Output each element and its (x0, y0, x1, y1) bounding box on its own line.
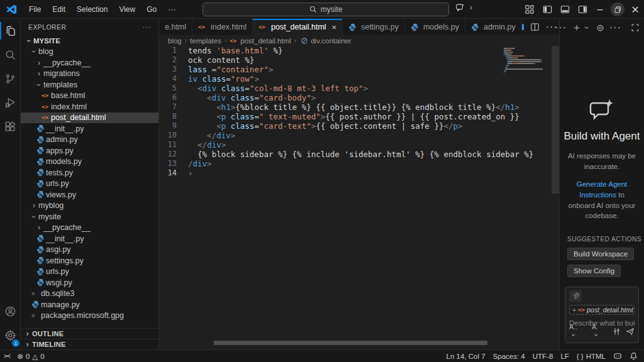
explorer-more-icon[interactable]: ··· (143, 23, 152, 31)
tree-item-packages-microsoft-gpg[interactable]: ≡packages.microsoft.gpg (21, 310, 158, 322)
settings-gear-icon[interactable]: 1 (0, 323, 21, 347)
tree-item-post-detail-html[interactable]: <>post_detail.html (21, 112, 158, 124)
attach-context-button[interactable] (569, 290, 582, 302)
vertical-scrollbar[interactable] (552, 46, 559, 194)
tree-item--init-py[interactable]: __init__.py (21, 233, 158, 244)
brackets-icon: { } (577, 353, 584, 360)
menu-go[interactable]: Go (141, 3, 162, 16)
tab-index-html[interactable]: <>index.html (192, 19, 253, 35)
split-editor-icon[interactable] (530, 23, 540, 31)
tree-item-db-sqlite3[interactable]: ≡db.sqlite3 (21, 288, 158, 300)
layout-customize-icon[interactable] (521, 0, 538, 19)
section-timeline[interactable]: ›TIMELINE (21, 339, 158, 349)
tree-item-templates[interactable]: ›templates (21, 79, 158, 90)
code-line-text: ock content %} (188, 55, 254, 65)
source-control-icon[interactable] (0, 67, 21, 90)
minimize-button[interactable]: – (591, 0, 609, 19)
tree-item-admin-py[interactable]: admin.py (21, 134, 158, 146)
model-selector[interactable]: A. › (592, 323, 608, 339)
command-center-search[interactable]: mysite (203, 3, 449, 16)
tab-settings-py[interactable]: settings.py (343, 19, 405, 35)
indentation-setting[interactable]: Spaces: 4 (489, 350, 529, 362)
tab-post-detail-html[interactable]: <>post_detail.html× (253, 19, 343, 35)
run-debug-icon[interactable] (0, 90, 21, 114)
code-line-text: iv class="row"> (188, 74, 259, 84)
encoding-setting[interactable]: UTF-8 (529, 350, 557, 362)
account-icon[interactable] (0, 299, 21, 323)
tree-item-label: myblog (38, 201, 64, 210)
tree-item-wsgi-py[interactable]: wsgi.py (21, 277, 158, 288)
context-chip[interactable]: + <> post_detail.html (569, 305, 635, 315)
tree-item-blog[interactable]: ›blog (21, 47, 158, 58)
toggle-panel-icon[interactable] (556, 0, 574, 19)
tree-item-urls-py[interactable]: urls.py (21, 178, 158, 190)
language-mode[interactable]: { }HTML (573, 350, 609, 362)
tree-item-manage-py[interactable]: manage.py (21, 299, 158, 310)
tab-models-py[interactable]: models.py (405, 19, 465, 35)
tree-item--pycache-[interactable]: ›__pycache__ (21, 222, 158, 234)
chat-disclaimer: AI responses may be inaccurate. (560, 151, 644, 172)
send-icon[interactable] (626, 327, 635, 336)
tools-icon[interactable] (613, 327, 621, 336)
tree-item-views-py[interactable]: views.py (21, 189, 158, 200)
chat-history-icon[interactable]: ··· (555, 22, 567, 33)
breadcrumb-item[interactable]: post_detail.html (240, 37, 291, 45)
tree-item-tests-py[interactable]: tests.py (21, 167, 158, 178)
horizontal-scrollbar[interactable] (214, 341, 487, 345)
tab-close-icon[interactable]: × (332, 23, 337, 32)
new-chat-button[interactable]: ＋› (572, 21, 591, 35)
chat-settings-gear-icon[interactable] (596, 24, 604, 32)
eol-setting[interactable]: LF (557, 350, 572, 362)
menu-view[interactable]: View (113, 3, 141, 16)
extensions-icon[interactable] (0, 114, 21, 138)
minimap-line (505, 55, 525, 57)
toggle-secondary-sidebar-icon[interactable] (574, 0, 591, 19)
minimap[interactable] (504, 48, 552, 192)
restore-button[interactable] (609, 0, 626, 19)
add-context-icon[interactable]: + (572, 306, 576, 314)
breadcrumb-item[interactable]: blog (168, 37, 182, 45)
tree-item--init-py[interactable]: __init__.py (21, 123, 158, 134)
breadcrumb[interactable]: blog›templates›<>post_detail.html›div.co… (159, 35, 559, 46)
tree-item-mysite[interactable]: ›MYSITE (21, 35, 158, 47)
tree-item-models-py[interactable]: models.py (21, 156, 158, 168)
cursor-position[interactable]: Ln 14, Col 7 (443, 350, 489, 362)
tree-item--pycache-[interactable]: ›__pycache__ (21, 57, 158, 69)
menu-edit[interactable]: Edit (47, 3, 71, 16)
mode-selector[interactable]: A.. › (569, 323, 587, 339)
tab-label: post_detail.html (271, 23, 326, 31)
copilot-status-icon[interactable] (609, 350, 626, 362)
breadcrumb-item[interactable]: templates (190, 37, 221, 45)
tree-item-asgi-py[interactable]: asgi.py (21, 244, 158, 256)
toggle-primary-sidebar-icon[interactable] (538, 0, 556, 19)
build-workspace-button[interactable]: Build Workspace (567, 248, 634, 260)
tree-item-apps-py[interactable]: apps.py (21, 145, 158, 156)
menu-[interactable]: ··· (162, 3, 181, 16)
tab-e-html[interactable]: e.html (159, 19, 192, 35)
remote-indicator[interactable]: >< (0, 350, 13, 362)
code-editor[interactable]: 1tends 'base.html' %}2ock content %}3las… (159, 46, 559, 349)
menu-file[interactable]: File (23, 3, 47, 16)
tree-item-urls-py[interactable]: urls.py (21, 266, 158, 278)
tree-item-base-html[interactable]: <>base.html (21, 90, 158, 102)
copilot-menu[interactable]: › (455, 3, 475, 12)
tree-item-mysite[interactable]: ›mysite (21, 211, 158, 222)
section-outline[interactable]: ›OUTLINE (21, 328, 158, 339)
problems-indicator[interactable]: ⊗0 △0 (13, 350, 48, 362)
tree-item-settings-py[interactable]: settings.py (21, 255, 158, 266)
explorer-icon[interactable] (0, 19, 21, 43)
maximize-panel-icon[interactable] (631, 24, 639, 31)
notifications-bell-icon[interactable] (626, 350, 644, 362)
show-config-button[interactable]: Show Config (567, 265, 621, 277)
tree-item-migrations[interactable]: ›migrations (21, 69, 158, 80)
tree-item-index-html[interactable]: <>index.html (21, 101, 158, 112)
chat-more-actions-icon[interactable]: ··· (609, 22, 621, 33)
tab-admin-py[interactable]: admin.py (465, 19, 522, 35)
line-number: 2 (159, 55, 188, 65)
search-view-icon[interactable] (0, 43, 21, 67)
breadcrumb-item[interactable]: div.container (311, 37, 351, 45)
menu-selection[interactable]: Selection (71, 3, 113, 16)
tree-item-myblog[interactable]: ›myblog (21, 200, 158, 212)
chat-input-box[interactable]: + <> post_detail.html Describe what to b… (565, 287, 639, 343)
close-button[interactable]: ✕ (626, 0, 644, 19)
